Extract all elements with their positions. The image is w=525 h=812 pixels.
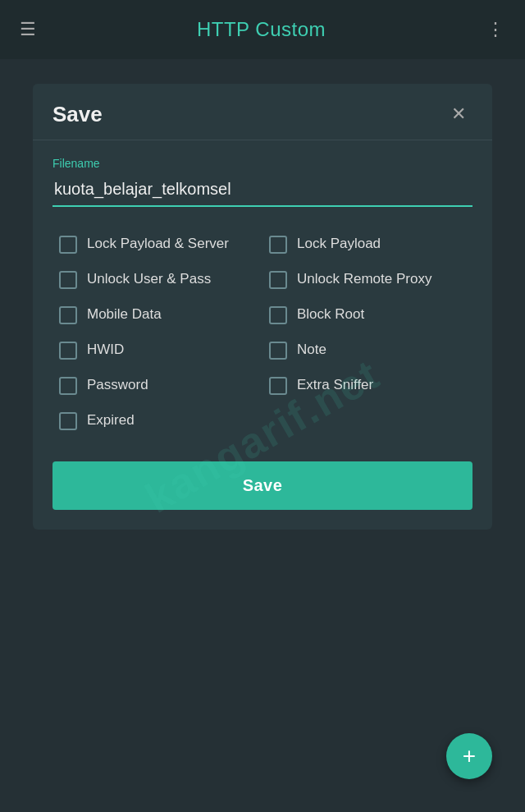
checkbox-label-unlock-user-pass: Unlock User & Pass (87, 270, 211, 288)
checkbox-password[interactable]: Password (52, 368, 262, 403)
checkbox-input-password[interactable] (59, 377, 77, 395)
checkbox-input-block-root[interactable] (269, 306, 287, 324)
save-dialog: Save ✕ Filename Lock Payload & Server Lo… (33, 84, 492, 530)
checkbox-input-lock-payload[interactable] (269, 236, 287, 254)
close-button[interactable]: ✕ (445, 100, 472, 128)
more-icon[interactable]: ⋮ (486, 19, 505, 40)
checkbox-note[interactable]: Note (262, 333, 472, 368)
title-rest: Custom (249, 18, 326, 40)
hamburger-icon[interactable]: ☰ (20, 19, 36, 40)
checkbox-input-unlock-user-pass[interactable] (59, 271, 77, 289)
checkbox-label-extra-sniffer: Extra Sniffer (297, 376, 373, 394)
fab-button[interactable]: + (446, 733, 492, 779)
filename-input[interactable] (52, 175, 472, 207)
checkbox-input-lock-payload-server[interactable] (59, 236, 77, 254)
checkbox-expired[interactable]: Expired (52, 403, 262, 438)
dialog-body: Filename Lock Payload & Server Lock Payl… (33, 140, 492, 530)
checkbox-label-expired: Expired (87, 411, 135, 429)
checkbox-unlock-remote-proxy[interactable]: Unlock Remote Proxy (262, 262, 472, 297)
checkbox-input-expired[interactable] (59, 412, 77, 430)
main-content: kangarif.net Save ✕ Filename Lock Payloa… (0, 59, 525, 812)
checkbox-hwid[interactable]: HWID (52, 333, 262, 368)
checkbox-label-lock-payload-server: Lock Payload & Server (87, 235, 229, 253)
save-button[interactable]: Save (52, 461, 472, 510)
filename-label: Filename (52, 157, 472, 170)
checkbox-label-lock-payload: Lock Payload (297, 235, 381, 253)
checkbox-label-hwid: HWID (87, 341, 124, 359)
checkbox-mobile-data[interactable]: Mobile Data (52, 297, 262, 333)
checkbox-unlock-user-pass[interactable]: Unlock User & Pass (52, 262, 262, 297)
checkbox-label-password: Password (87, 376, 148, 394)
checkbox-lock-payload[interactable]: Lock Payload (262, 227, 472, 262)
checkbox-label-note: Note (297, 341, 326, 359)
dialog-header: Save ✕ (33, 84, 492, 140)
checkbox-label-block-root: Block Root (297, 305, 364, 323)
app-title: HTTP Custom (197, 18, 326, 41)
checkbox-placeholder (262, 403, 472, 438)
checkbox-label-mobile-data: Mobile Data (87, 305, 162, 323)
checkbox-extra-sniffer[interactable]: Extra Sniffer (262, 368, 472, 403)
title-accent: HTTP (197, 18, 249, 40)
checkbox-block-root[interactable]: Block Root (262, 297, 472, 333)
checkbox-grid: Lock Payload & Server Lock Payload Unloc… (52, 227, 472, 438)
checkbox-input-mobile-data[interactable] (59, 306, 77, 324)
checkbox-input-extra-sniffer[interactable] (269, 377, 287, 395)
checkbox-input-unlock-remote-proxy[interactable] (269, 271, 287, 289)
dialog-title: Save (52, 102, 103, 127)
top-bar: ☰ HTTP Custom ⋮ (0, 0, 525, 59)
checkbox-label-unlock-remote-proxy: Unlock Remote Proxy (297, 270, 431, 288)
checkbox-input-note[interactable] (269, 342, 287, 360)
checkbox-lock-payload-server[interactable]: Lock Payload & Server (52, 227, 262, 262)
checkbox-input-hwid[interactable] (59, 342, 77, 360)
